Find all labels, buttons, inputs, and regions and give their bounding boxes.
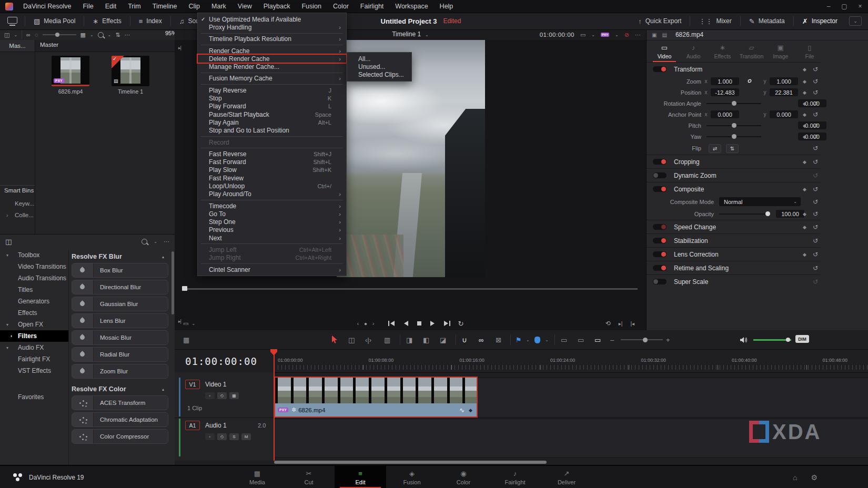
menubar-item[interactable]: Trim: [122, 0, 147, 13]
chevron-down-icon[interactable]: ⌄: [191, 321, 195, 326]
stabilization-toggle[interactable]: [653, 238, 667, 243]
inspector-button[interactable]: ✗ Inspector: [794, 13, 846, 29]
playback-menu-item[interactable]: Previous ›: [198, 226, 346, 234]
relink-icon[interactable]: ∞: [26, 32, 31, 38]
chevron-down-icon[interactable]: ⌄: [108, 33, 112, 37]
play-reverse-button[interactable]: [402, 320, 409, 327]
zoom-full-extent-icon[interactable]: ▭: [561, 335, 567, 344]
timeline-scrollbar[interactable]: [274, 461, 547, 464]
position-y-field[interactable]: 22.381: [770, 88, 798, 96]
mute-button[interactable]: M: [241, 433, 251, 440]
timeline-thumbnail[interactable]: ✓ ▤: [112, 56, 149, 86]
playback-menu-item[interactable]: Render Cache ›: [198, 47, 346, 55]
page-tab[interactable]: ♪ Fairlight: [489, 466, 541, 488]
razor-icon[interactable]: ▥: [384, 335, 390, 344]
search-icon[interactable]: [142, 239, 147, 245]
transform-section-header[interactable]: Transform ◆↺: [647, 62, 820, 76]
media-clip-thumbnail[interactable]: PXY: [52, 56, 89, 86]
replace-clip-icon[interactable]: ◪: [440, 335, 446, 344]
playback-menu-item[interactable]: [198, 262, 346, 266]
selection-tool-icon[interactable]: [331, 335, 338, 344]
playback-menu-item[interactable]: Play Forward L: [198, 103, 346, 110]
go-to-start-button[interactable]: [388, 320, 396, 327]
pitch-slider[interactable]: [706, 125, 761, 126]
quick-export-button[interactable]: ↑ Quick Export: [630, 13, 690, 29]
keyframe-icon[interactable]: ◆: [803, 79, 806, 84]
media-pool-button[interactable]: ▧ Media Pool: [25, 13, 84, 29]
page-tab[interactable]: ▦ Media: [231, 466, 283, 488]
previous-frame-icon[interactable]: |◂: [630, 321, 634, 327]
playback-menu-item[interactable]: Step One ›: [198, 218, 346, 226]
page-tab[interactable]: ≡ Edit: [335, 466, 386, 488]
inspector-tab[interactable]: ▯ File: [796, 41, 823, 62]
playback-menu-item[interactable]: [198, 242, 346, 246]
playback-menu-item[interactable]: Jump Right Ctrl+Alt+Right: [198, 254, 346, 262]
effect-item[interactable]: Radial Blur: [72, 347, 168, 362]
anchor-y-field[interactable]: 0.000: [770, 110, 798, 118]
playback-menu-item[interactable]: Next ›: [198, 234, 346, 242]
minimize-button[interactable]: –: [821, 3, 836, 10]
effects-sidebar-item[interactable]: ▾ Toolbox: [0, 249, 68, 261]
super-scale-section[interactable]: Super Scale ↺: [647, 274, 820, 288]
playback-menu-item[interactable]: Go To ›: [198, 210, 346, 218]
frame-view-icon[interactable]: ▦: [229, 392, 239, 399]
playback-menu-item[interactable]: Play Slow Shift+K: [198, 166, 346, 174]
chevron-down-icon[interactable]: ⌄: [90, 33, 94, 37]
lock-icon[interactable]: ▪: [205, 392, 215, 399]
grid-view-icon[interactable]: ▦: [80, 32, 86, 38]
dynamic-trim-icon[interactable]: ‹|›: [365, 335, 371, 344]
playback-menu-item[interactable]: Timecode ›: [198, 202, 346, 210]
effects-sidebar-item[interactable]: › Filters: [0, 330, 68, 342]
scrollbar[interactable]: [171, 251, 174, 314]
composite-mode-select[interactable]: Normal ⌄: [719, 197, 801, 206]
effect-item[interactable]: ACES Transform: [72, 395, 168, 410]
zoom-x-field[interactable]: 1.000: [711, 77, 739, 85]
submenu-item[interactable]: Selected Clips...: [347, 71, 411, 79]
collapse-panel-button[interactable]: ⌄: [849, 16, 862, 26]
chevron-down-icon[interactable]: ⌄: [14, 33, 17, 37]
playback-menu-item[interactable]: Manage Render Cache...: [198, 63, 346, 70]
lock-icon[interactable]: ▪: [205, 433, 215, 440]
retime-scaling-section[interactable]: Retime and Scaling ↺: [647, 261, 820, 274]
reset-icon[interactable]: ↺: [813, 223, 818, 231]
menubar-item[interactable]: Edit: [99, 0, 123, 13]
submenu-item[interactable]: Unused...: [347, 63, 411, 70]
playback-menu-item[interactable]: ✓ Use Optimized Media if Available: [198, 15, 346, 23]
thumbnail-size-slider[interactable]: [43, 34, 76, 35]
settings-gear-icon[interactable]: ⚙: [811, 473, 817, 482]
reset-icon[interactable]: ↺: [813, 210, 818, 218]
effects-sidebar-item[interactable]: ▾ Audio FX: [0, 342, 68, 353]
playback-menu-item[interactable]: Cintel Scanner ›: [198, 266, 346, 273]
effects-sidebar-item[interactable]: Favorites: [0, 391, 68, 403]
timeline-clip[interactable]: PXY ✲ 6826.mp4 ∿ ◆: [274, 377, 478, 418]
playback-menu-item[interactable]: [198, 43, 346, 47]
menubar-item[interactable]: View: [232, 0, 258, 13]
reset-icon[interactable]: ↺: [813, 89, 818, 96]
effects-sidebar-item[interactable]: VST Effects: [0, 365, 68, 377]
menubar-item[interactable]: Color: [327, 0, 355, 13]
chevron-down-icon[interactable]: ⌄: [154, 239, 157, 244]
menubar-item[interactable]: Help: [434, 0, 459, 13]
transform-toggle[interactable]: [653, 66, 667, 72]
page-tab[interactable]: ◈ Fusion: [386, 466, 438, 488]
speed-change-section[interactable]: Speed Change ◆↺: [647, 220, 820, 233]
menubar-item[interactable]: File: [77, 0, 99, 13]
insert-clip-icon[interactable]: ◨: [406, 335, 412, 344]
project-manager-icon[interactable]: ⌂: [793, 473, 797, 482]
playback-menu-item[interactable]: Fast Reverse Shift+J: [198, 150, 346, 158]
yaw-slider[interactable]: [706, 136, 761, 137]
scrubber-handle[interactable]: [182, 286, 187, 291]
dynamic-zoom-toggle[interactable]: [653, 172, 667, 178]
audio-track-badge[interactable]: A1: [185, 421, 200, 430]
zoom-detail-icon[interactable]: ▭: [578, 335, 584, 344]
clip-view-icon[interactable]: ▣: [652, 32, 657, 38]
metadata-button[interactable]: ✎ Metadata: [741, 13, 793, 29]
link-xy-icon[interactable]: [739, 77, 760, 86]
keyframe-icon[interactable]: ◆: [803, 112, 806, 117]
playback-menu-item[interactable]: Fusion Memory Cache ›: [198, 75, 346, 83]
effect-item[interactable]: Chromatic Adaptation: [72, 412, 168, 427]
stop-button[interactable]: [416, 320, 422, 327]
playback-menu-item[interactable]: Play Again Alt+L: [198, 118, 346, 126]
speed-change-toggle[interactable]: [653, 224, 667, 230]
overwrite-clip-icon[interactable]: ◧: [423, 335, 429, 344]
